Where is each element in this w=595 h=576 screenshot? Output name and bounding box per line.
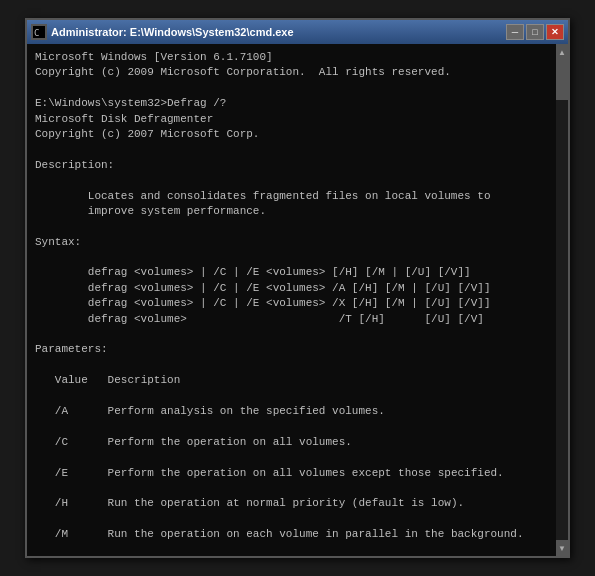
close-button[interactable]: ✕ [546, 24, 564, 40]
title-bar-left: C Administrator: E:\Windows\System32\cmd… [31, 24, 294, 40]
console-text: Microsoft Windows [Version 6.1.7100] Cop… [35, 50, 548, 556]
svg-text:C: C [34, 28, 39, 38]
title-bar-buttons: ─ □ ✕ [506, 24, 564, 40]
title-bar: C Administrator: E:\Windows\System32\cmd… [27, 20, 568, 44]
scroll-down-button[interactable]: ▼ [556, 540, 568, 556]
window-title: Administrator: E:\Windows\System32\cmd.e… [51, 26, 294, 38]
maximize-button[interactable]: □ [526, 24, 544, 40]
cmd-icon: C [31, 24, 47, 40]
cmd-window: C Administrator: E:\Windows\System32\cmd… [25, 18, 570, 558]
console-output: Microsoft Windows [Version 6.1.7100] Cop… [27, 44, 556, 556]
scrollbar[interactable]: ▲ ▼ [556, 44, 568, 556]
scroll-up-button[interactable]: ▲ [556, 44, 568, 60]
minimize-button[interactable]: ─ [506, 24, 524, 40]
scroll-thumb[interactable] [556, 60, 568, 100]
scroll-track [556, 60, 568, 540]
